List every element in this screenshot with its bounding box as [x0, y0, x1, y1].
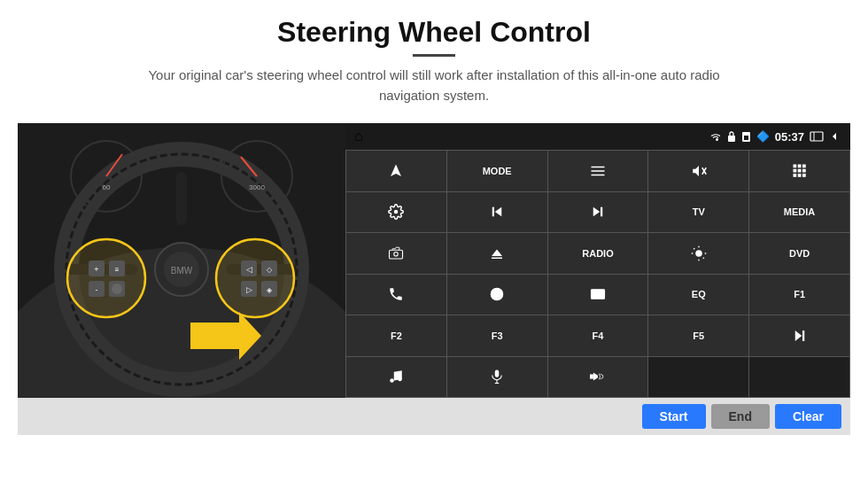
- svg-rect-58: [601, 207, 602, 217]
- content-row: BMW + - ≡ ◁ ▷: [18, 123, 850, 398]
- svg-rect-46: [797, 164, 801, 167]
- svg-rect-62: [492, 257, 502, 259]
- music-icon: [388, 369, 404, 385]
- volphone-btn[interactable]: [548, 357, 648, 398]
- next-icon: [590, 204, 606, 220]
- eq-btn[interactable]: EQ: [648, 275, 748, 315]
- svg-rect-47: [802, 164, 806, 167]
- mute-btn[interactable]: [648, 151, 748, 191]
- dvd-btn[interactable]: DVD: [749, 233, 849, 274]
- control-panel: ⌂: [345, 123, 850, 398]
- cam360-icon: [388, 245, 404, 261]
- svg-point-54: [394, 210, 399, 214]
- back-icon[interactable]: [829, 131, 841, 142]
- title-section: Steering Wheel Control Your original car…: [18, 16, 850, 118]
- apps-btn[interactable]: [749, 151, 849, 191]
- eject-btn[interactable]: [447, 233, 547, 274]
- svg-marker-85: [590, 375, 593, 379]
- svg-rect-56: [492, 207, 494, 217]
- svg-marker-57: [593, 207, 601, 217]
- svg-point-63: [695, 250, 702, 257]
- svg-text:◁: ◁: [246, 265, 252, 274]
- f2-btn[interactable]: F2: [346, 315, 446, 356]
- playpause-btn[interactable]: [749, 315, 849, 356]
- status-time: 05:37: [775, 130, 804, 144]
- tv-btn[interactable]: TV: [648, 192, 748, 233]
- apps-icon: [792, 163, 808, 179]
- svg-rect-42: [591, 175, 604, 176]
- status-bar: ⌂: [345, 123, 850, 150]
- page-wrapper: Steering Wheel Control Your original car…: [0, 0, 868, 482]
- gps-btn[interactable]: [447, 275, 547, 315]
- svg-rect-48: [793, 169, 796, 173]
- svg-rect-38: [810, 132, 823, 141]
- lock-icon: [727, 131, 736, 143]
- svg-rect-45: [793, 164, 796, 167]
- svg-rect-53: [802, 174, 806, 177]
- svg-rect-40: [591, 167, 604, 168]
- svg-text:◈: ◈: [267, 286, 273, 294]
- start-button[interactable]: Start: [642, 404, 706, 429]
- gps-icon: [489, 286, 505, 302]
- mic-icon: [489, 369, 505, 385]
- page-subtitle: Your original car's steering wheel contr…: [124, 66, 744, 105]
- nav-btn[interactable]: [346, 151, 446, 191]
- end-button[interactable]: End: [711, 404, 770, 429]
- prev-btn[interactable]: [447, 192, 547, 233]
- cam360-btn[interactable]: [346, 233, 446, 274]
- music-btn[interactable]: [346, 357, 446, 398]
- svg-text:-: -: [96, 285, 98, 294]
- phone-btn[interactable]: [346, 275, 446, 315]
- svg-rect-35: [728, 136, 735, 142]
- list-btn[interactable]: [548, 151, 648, 191]
- svg-point-81: [399, 377, 403, 382]
- svg-text:◇: ◇: [267, 266, 273, 274]
- f5-btn[interactable]: F5: [648, 315, 748, 356]
- svg-text:≡: ≡: [115, 266, 120, 274]
- svg-line-67: [703, 258, 704, 259]
- wifi-icon: [709, 131, 722, 142]
- home-icon[interactable]: ⌂: [354, 128, 363, 144]
- svg-rect-82: [495, 370, 500, 377]
- settings-btn[interactable]: [346, 192, 446, 233]
- svg-text:▷: ▷: [246, 285, 252, 294]
- radio-btn[interactable]: RADIO: [548, 233, 648, 274]
- bt-icon: 🔷: [756, 130, 770, 143]
- page-title: Steering Wheel Control: [18, 16, 850, 49]
- svg-marker-86: [593, 373, 598, 381]
- svg-point-18: [112, 284, 122, 294]
- f4-btn[interactable]: F4: [548, 315, 648, 356]
- svg-point-71: [495, 292, 500, 297]
- button-grid: MODE: [345, 150, 850, 398]
- clear-button[interactable]: Clear: [775, 404, 841, 429]
- f3-btn[interactable]: F3: [447, 315, 547, 356]
- settings-icon: [388, 204, 404, 220]
- playpause-icon: [792, 328, 808, 344]
- svg-marker-55: [495, 207, 502, 217]
- next-btn[interactable]: [548, 192, 648, 233]
- svg-point-19: [216, 239, 294, 317]
- mic-btn[interactable]: [447, 357, 547, 398]
- svg-rect-52: [797, 174, 801, 177]
- svg-rect-37: [744, 136, 748, 140]
- svg-rect-50: [802, 169, 806, 173]
- svg-rect-41: [591, 170, 604, 172]
- action-bar: Start End Clear: [18, 398, 850, 435]
- svg-text:3000: 3000: [249, 183, 265, 191]
- title-divider: [413, 54, 455, 57]
- svg-rect-4: [176, 172, 187, 225]
- brightness-btn[interactable]: [648, 233, 748, 274]
- svg-line-66: [694, 248, 694, 249]
- mute-icon: [691, 163, 707, 179]
- list-icon: [590, 163, 606, 179]
- media-btn[interactable]: MEDIA: [749, 192, 849, 233]
- f1-btn[interactable]: F1: [749, 275, 849, 315]
- phone-icon: [388, 286, 404, 302]
- svg-text:60: 60: [103, 183, 111, 191]
- mode-btn[interactable]: MODE: [447, 151, 547, 191]
- svg-point-80: [391, 379, 395, 384]
- empty-cell-1: [648, 357, 748, 398]
- svg-rect-51: [793, 174, 796, 177]
- screen2-btn[interactable]: [548, 275, 648, 315]
- svg-marker-78: [794, 330, 802, 341]
